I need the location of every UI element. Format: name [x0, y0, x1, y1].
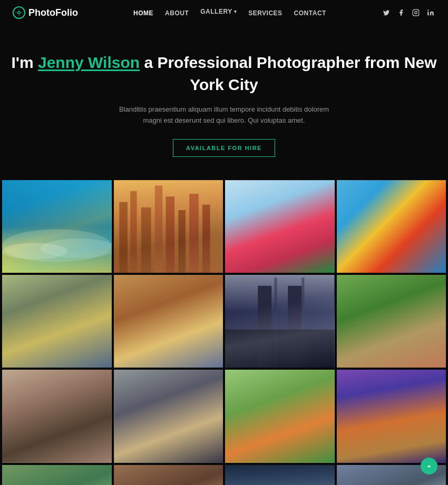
svg-point-0 [18, 12, 21, 14]
photo-waterfall [2, 465, 112, 485]
svg-rect-14 [154, 185, 162, 273]
twitter-icon[interactable] [382, 8, 391, 17]
photo-fashion1 [114, 275, 223, 368]
hero-name: Jenny Wilson [38, 54, 140, 71]
navbar: PhotoFolio HOME ABOUT GALLERY ▾ SERVICES… [0, 0, 448, 25]
chevron-down-icon: ▾ [234, 9, 237, 14]
nav-home[interactable]: HOME [133, 9, 153, 17]
nav-contact[interactable]: CONTACT [294, 9, 326, 17]
svg-rect-16 [178, 210, 185, 273]
gallery-item[interactable] [2, 180, 112, 273]
gallery-item[interactable] [2, 465, 112, 485]
gallery-grid [0, 178, 448, 485]
photo-forest-girl [337, 275, 446, 368]
linkedin-icon[interactable] [426, 8, 435, 17]
svg-point-3 [417, 11, 418, 11]
photo-strawberry [225, 180, 335, 273]
gallery-item[interactable] [2, 370, 112, 462]
svg-rect-11 [119, 202, 128, 273]
gallery-item[interactable] [114, 275, 223, 368]
svg-point-5 [427, 9, 428, 11]
gallery-item[interactable] [337, 180, 446, 273]
gallery-item[interactable] [225, 275, 335, 368]
logo-text: PhotoFolio [28, 7, 78, 18]
svg-rect-15 [165, 196, 174, 273]
photo-butterfly [225, 370, 335, 462]
svg-point-2 [415, 12, 417, 14]
gallery-item[interactable] [225, 465, 335, 485]
logo[interactable]: PhotoFolio [13, 6, 78, 19]
facebook-icon[interactable] [396, 8, 406, 17]
hero-section: I'm Jenny Wilson a Professional Photogra… [0, 25, 448, 178]
photo-towers [225, 275, 335, 368]
photo-surfers [2, 180, 112, 273]
svg-rect-4 [427, 12, 428, 15]
hero-description: Blanditiis praesentium aliquam illum tem… [113, 104, 335, 126]
gallery-item[interactable] [337, 275, 446, 368]
photo-food [114, 465, 223, 485]
nav-links: HOME ABOUT GALLERY ▾ SERVICES CONTACT [133, 8, 326, 17]
photo-city [114, 180, 223, 273]
social-icons [382, 8, 435, 17]
nav-services[interactable]: SERVICES [248, 9, 282, 17]
photo-parrot [337, 180, 446, 273]
svg-rect-17 [189, 194, 199, 273]
photo-camera [2, 370, 112, 462]
nav-gallery[interactable]: GALLERY ▾ [200, 8, 237, 15]
hero-heading: I'm Jenny Wilson a Professional Photogra… [11, 52, 437, 96]
photo-wind-hair [114, 370, 223, 462]
svg-rect-13 [141, 207, 151, 273]
gallery-item[interactable] [225, 180, 335, 273]
svg-rect-12 [130, 191, 137, 273]
gallery-item[interactable] [114, 465, 223, 485]
photo-moon [225, 465, 335, 485]
gallery-item[interactable] [225, 370, 335, 462]
nav-about[interactable]: ABOUT [165, 9, 189, 17]
svg-rect-1 [413, 9, 419, 16]
svg-rect-18 [202, 204, 210, 273]
svg-rect-24 [225, 330, 335, 368]
instagram-icon[interactable] [411, 8, 421, 17]
logo-icon [13, 6, 25, 19]
gallery-item[interactable] [114, 180, 223, 273]
gallery-item[interactable] [2, 275, 112, 368]
photo-mountain [2, 275, 112, 368]
gallery-item[interactable] [114, 370, 223, 462]
svg-rect-25 [225, 465, 335, 485]
gallery-item[interactable] [337, 370, 446, 462]
photo-sunset-lake [337, 370, 446, 462]
hire-button[interactable]: AVAILABLE FOR HIRE [173, 139, 275, 157]
scroll-to-top-button[interactable] [421, 458, 437, 474]
